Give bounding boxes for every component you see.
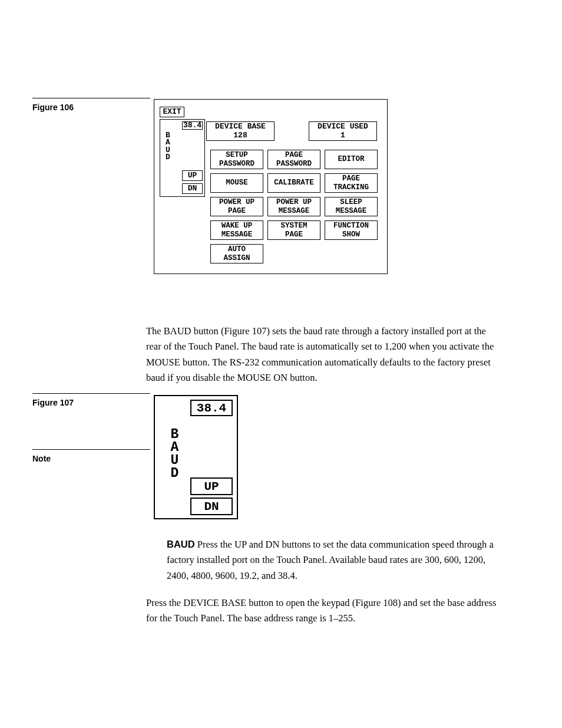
wake-up-message-button[interactable]: WAKE UP MESSAGE <box>210 220 263 240</box>
figure107-label: Figure 107 <box>32 398 74 407</box>
baud-up-button-big[interactable]: UP <box>190 477 233 495</box>
paragraph-baud-detail: BAUD Press the UP and DN buttons to set … <box>167 536 500 584</box>
calibrate-button[interactable]: CALIBRATE <box>267 173 320 193</box>
baud-dn-button-big[interactable]: DN <box>190 498 233 515</box>
setup-password-button[interactable]: SETUP PASSWORD <box>210 150 263 169</box>
baud-value-display: 38.4 <box>182 121 203 130</box>
figure106-panel: EXIT B A U D 38.4 UP DN DEVICE BASE 128 … <box>154 99 388 274</box>
auto-assign-button[interactable]: AUTO ASSIGN <box>210 244 263 263</box>
paragraph-device-base: Press the DEVICE BASE button to open the… <box>146 595 500 627</box>
paragraph-baud-desc: The BAUD button (Figure 107) sets the ba… <box>146 324 500 386</box>
baud-vertical-label: B A U D <box>164 132 171 161</box>
baud-value-display-big: 38.4 <box>190 400 233 416</box>
power-up-message-button[interactable]: POWER UP MESSAGE <box>267 197 320 216</box>
power-up-page-button[interactable]: POWER UP PAGE <box>210 197 263 216</box>
mouse-button[interactable]: MOUSE <box>210 173 263 193</box>
baud-vertical-label-big: B A U D <box>170 429 180 480</box>
sidebar-rule <box>32 449 150 450</box>
exit-button[interactable]: EXIT <box>160 107 184 117</box>
sidebar-rule <box>32 98 150 98</box>
figure107-panel: B A U D 38.4 UP DN <box>154 395 238 519</box>
note-label: Note <box>32 454 51 463</box>
page-tracking-button[interactable]: PAGE TRACKING <box>325 173 378 193</box>
editor-button[interactable]: EDITOR <box>325 150 378 169</box>
baud-lead: BAUD <box>167 539 195 549</box>
device-base-button[interactable]: DEVICE BASE 128 <box>206 121 275 141</box>
function-show-button[interactable]: FUNCTION SHOW <box>325 220 378 240</box>
baud-dn-button[interactable]: DN <box>182 183 203 194</box>
baud-up-button[interactable]: UP <box>182 170 203 181</box>
system-page-button[interactable]: SYSTEM PAGE <box>267 220 320 240</box>
sleep-message-button[interactable]: SLEEP MESSAGE <box>325 197 378 216</box>
sidebar-rule <box>32 393 150 394</box>
device-used-button[interactable]: DEVICE USED 1 <box>309 121 377 141</box>
page-password-button[interactable]: PAGE PASSWORD <box>267 150 320 169</box>
figure106-label: Figure 106 <box>32 103 74 112</box>
